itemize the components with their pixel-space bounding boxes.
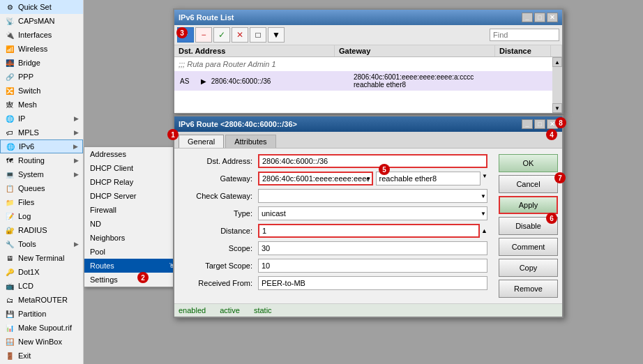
label-receivedfrom: Received From: (181, 279, 258, 287)
distance-up-arrow[interactable]: ▲ (481, 227, 487, 234)
submenu-settings[interactable]: Settings (84, 273, 181, 287)
files-icon: 📁 (4, 197, 15, 208)
sidebar-label-dot1x: Dot1X (18, 268, 40, 276)
sidebar-item-mesh[interactable]: 🕸 Mesh (0, 98, 83, 112)
label-targetscope: Target Scope: (181, 261, 258, 270)
status-active: active (220, 306, 240, 314)
toolbar-cancel-btn[interactable]: ✕ (232, 27, 248, 43)
badge-2: 2 (137, 272, 149, 283)
system-icon: 💻 (4, 169, 15, 180)
toolbar-copy-btn[interactable]: □ (250, 27, 266, 43)
sidebar-item-tools[interactable]: 🔧 Tools ▶ (0, 237, 83, 251)
form-row-scope: Scope: (181, 241, 487, 255)
submenu-label-addresses: Addresses (90, 150, 126, 158)
submenu-firewall[interactable]: Firewall (84, 203, 181, 217)
sidebar-item-bridge[interactable]: 🌉 Bridge (0, 56, 83, 70)
sidebar-item-metarouter[interactable]: 🗂 MetaROUTER (0, 293, 83, 307)
sidebar-item-newterminal[interactable]: 🖥 New Terminal (0, 251, 83, 265)
submenu-addresses[interactable]: Addresses (84, 147, 181, 161)
comment-button[interactable]: Comment (499, 238, 558, 256)
input-type[interactable] (258, 206, 487, 220)
gateway-right-arrow[interactable]: ▼ (482, 172, 487, 179)
sidebar-item-files[interactable]: 📁 Files (0, 195, 83, 209)
sidebar-item-mpls[interactable]: 🏷 MPLS ▶ (0, 126, 83, 139)
sidebar-label-quickset: Quick Set (18, 3, 52, 11)
sidebar-label-wireless: Wireless (18, 45, 47, 53)
sidebar-item-queues[interactable]: 📋 Queues (0, 181, 83, 195)
badge-4: 4 (546, 129, 557, 140)
sidebar-item-switch[interactable]: 🔀 Switch (0, 84, 83, 98)
route-edit-title: IPv6 Route <2806:40c:6000::/36> (179, 120, 297, 128)
sidebar-item-interfaces[interactable]: 🔌 Interfaces (0, 28, 83, 42)
input-check-gateway[interactable] (258, 189, 487, 203)
toolbar-remove-btn[interactable]: − (195, 27, 212, 43)
remove-button[interactable]: Remove (499, 280, 558, 298)
sidebar-item-quickset[interactable]: ⚙ Quick Set (0, 0, 83, 14)
submenu-dhcp-server[interactable]: DHCP Server (84, 189, 181, 203)
sidebar-item-dot1x[interactable]: 🔑 Dot1X (0, 265, 83, 279)
form-row-dst: Dst. Address: (181, 154, 487, 168)
input-target-scope[interactable] (258, 259, 487, 273)
sidebar-item-routing[interactable]: 🗺 Routing ▶ (0, 153, 83, 167)
route-edit-buttons: OK Cancel Apply Disable Comment Copy Rem… (494, 149, 562, 303)
sidebar-item-lcd[interactable]: 📺 LCD (0, 279, 83, 293)
routing-arrow: ▶ (74, 157, 79, 164)
sidebar-item-partition[interactable]: 💾 Partition (0, 307, 83, 321)
route-list-close-btn[interactable]: ✕ (547, 13, 558, 22)
sidebar-item-log[interactable]: 📝 Log (0, 209, 83, 223)
input-received-from[interactable] (258, 276, 487, 290)
sidebar-item-newwinbox[interactable]: 🪟 New WinBox (0, 335, 83, 349)
cancel-button[interactable]: Cancel (499, 175, 558, 193)
form-row-receivedfrom: Received From: (181, 276, 487, 290)
sidebar-label-tools: Tools (18, 240, 36, 248)
scrollbar-down[interactable]: ▼ (552, 103, 562, 113)
route-data-row[interactable]: AS ▶ 2806:40c:6000::/36 2806:40c:6001:ee… (174, 71, 562, 91)
toolbar-check-btn[interactable]: ✓ (213, 27, 230, 43)
submenu-nd[interactable]: ND (84, 217, 181, 231)
route-edit-restore-btn[interactable]: □ (534, 119, 545, 129)
submenu-routes[interactable]: Routes 🖱 (84, 259, 181, 273)
sidebar-label-metarouter: MetaROUTER (18, 296, 68, 304)
tab-general[interactable]: General (179, 135, 224, 148)
sidebar-label-log: Log (18, 212, 31, 220)
sidebar-item-radius[interactable]: 🔐 RADIUS (0, 223, 83, 237)
submenu-neighbors[interactable]: Neighbors (84, 231, 181, 245)
submenu-dhcp-client[interactable]: DHCP Client (84, 161, 181, 175)
sidebar-item-ip[interactable]: 🌐 IP ▶ (0, 112, 83, 126)
row-arrow-dst: ▶ 2806:40c:6000::/36 (198, 77, 351, 86)
sidebar-item-wireless[interactable]: 📶 Wireless (0, 42, 83, 56)
ip-icon: 🌐 (4, 113, 15, 124)
input-gateway[interactable] (258, 172, 373, 185)
ipv6-submenu: Addresses DHCP Client DHCP Relay DHCP Se… (84, 146, 181, 287)
sidebar-item-makesupout[interactable]: 📊 Make Supout.rif (0, 321, 83, 335)
ok-button[interactable]: OK (499, 154, 558, 172)
copy-button[interactable]: Copy (499, 259, 558, 277)
sidebar-item-ppp[interactable]: 🔗 PPP (0, 70, 83, 84)
ipv6-arrow: ▶ (73, 143, 78, 150)
sidebar-item-exit[interactable]: 🚪 Exit (0, 349, 83, 363)
route-list-search[interactable] (490, 29, 559, 41)
apply-button[interactable]: Apply (499, 196, 558, 214)
route-edit-footer: enabled active static (174, 303, 562, 317)
input-scope[interactable] (258, 241, 487, 255)
input-dst-address[interactable] (258, 154, 487, 168)
header-scroll (551, 45, 562, 56)
toolbar-filter-btn[interactable]: ▼ (268, 27, 285, 43)
badge-6: 6 (546, 213, 557, 224)
input-distance[interactable] (258, 224, 480, 238)
route-list-maximize-btn[interactable]: □ (534, 13, 545, 22)
route-edit-minimize-btn[interactable]: _ (522, 119, 533, 129)
sidebar-item-capsman[interactable]: 📡 CAPsMAN (0, 14, 83, 28)
tab-attributes[interactable]: Attributes (225, 135, 275, 148)
input-gateway-right[interactable] (376, 172, 481, 185)
sidebar-item-system[interactable]: 💻 System ▶ (0, 167, 83, 181)
sidebar-label-system: System (18, 170, 44, 179)
submenu-label-neighbors: Neighbors (90, 234, 125, 242)
submenu-pool[interactable]: Pool (84, 245, 181, 259)
scrollbar-up[interactable]: ▲ (552, 57, 562, 67)
route-list-minimize-btn[interactable]: _ (522, 13, 533, 22)
route-edit-window-controls: _ □ ✕ (522, 119, 558, 129)
submenu-label-pool: Pool (90, 248, 105, 256)
submenu-dhcp-relay[interactable]: DHCP Relay (84, 175, 181, 189)
sidebar-item-ipv6[interactable]: 🌐 IPv6 ▶ (0, 139, 83, 153)
